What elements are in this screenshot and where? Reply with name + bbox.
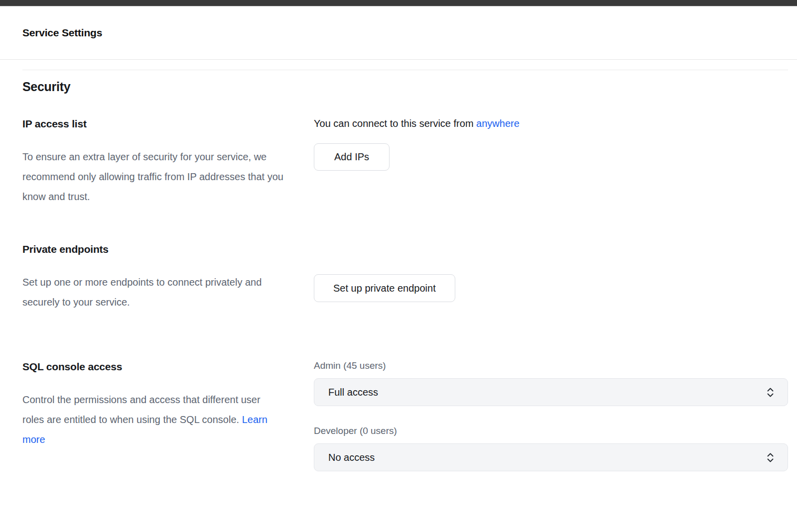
section-divider	[22, 70, 788, 70]
settings-content: Security IP access list To ensure an ext…	[0, 70, 797, 471]
window-titlebar	[0, 0, 797, 6]
page-header: Service Settings	[0, 6, 797, 60]
private-endpoints-title: Private endpoints	[22, 242, 314, 256]
page-title: Service Settings	[22, 27, 102, 39]
private-endpoints-description: Set up one or more endpoints to connect …	[22, 272, 284, 312]
developer-role-field: Developer (0 users) No access	[314, 425, 788, 471]
developer-role-label: Developer (0 users)	[314, 425, 788, 437]
ip-access-list-row: IP access list To ensure an extra layer …	[22, 117, 788, 207]
sql-console-access-row: SQL console access Control the permissio…	[22, 360, 788, 471]
anywhere-link[interactable]: anywhere	[476, 118, 520, 129]
chevron-up-down-icon	[766, 451, 775, 464]
chevron-up-down-icon	[766, 386, 775, 399]
developer-access-select[interactable]: No access	[314, 443, 788, 471]
setup-private-endpoint-button[interactable]: Set up private endpoint	[314, 274, 455, 302]
connect-status-text: You can connect to this service from any…	[314, 117, 788, 130]
security-section-heading: Security	[22, 78, 788, 95]
sql-console-access-title: SQL console access	[22, 360, 314, 374]
sql-console-access-description: Control the permissions and access that …	[22, 390, 284, 449]
admin-role-field: Admin (45 users) Full access	[314, 360, 788, 406]
developer-access-selected-value: No access	[328, 452, 375, 463]
ip-access-list-title: IP access list	[22, 117, 314, 131]
private-endpoints-row: Private endpoints Set up one or more end…	[22, 242, 788, 312]
admin-access-selected-value: Full access	[328, 387, 378, 398]
add-ips-button[interactable]: Add IPs	[314, 143, 390, 171]
admin-role-label: Admin (45 users)	[314, 360, 788, 372]
admin-access-select[interactable]: Full access	[314, 378, 788, 406]
ip-access-list-description: To ensure an extra layer of security for…	[22, 147, 284, 207]
